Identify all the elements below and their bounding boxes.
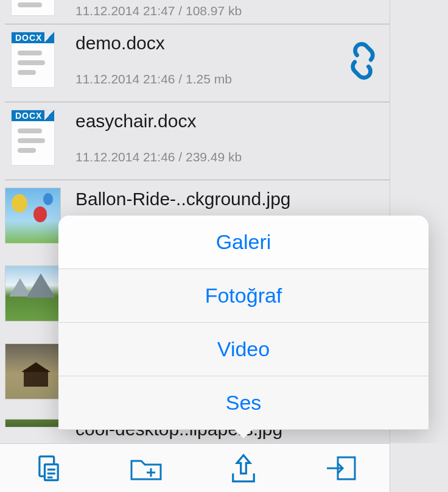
bottom-toolbar — [0, 443, 390, 492]
paste-button[interactable] — [12, 450, 85, 487]
file-row[interactable]: 11.12.2014 21:47 / 108.97 kb — [0, 0, 390, 24]
action-sheet: Galeri Fotoğraf Video Ses — [58, 216, 429, 430]
right-strip-bottom — [390, 443, 448, 492]
action-item-audio[interactable]: Ses — [58, 376, 429, 430]
file-name: Ballon-Ride-..ckground.jpg — [75, 189, 385, 209]
file-row[interactable]: DOCX demo.docx 11.12.2014 21:46 / 1.25 m… — [0, 24, 390, 102]
file-name: easychair.docx — [75, 111, 385, 132]
file-meta: 11.12.2014 21:46 / 1.25 mb — [75, 72, 385, 86]
docx-icon — [11, 0, 55, 16]
new-folder-button[interactable] — [110, 450, 183, 487]
file-meta: 11.12.2014 21:46 / 239.49 kb — [75, 150, 385, 164]
file-meta: 11.12.2014 21:47 / 108.97 kb — [75, 4, 385, 18]
image-thumbnail — [5, 265, 61, 322]
link-icon[interactable] — [343, 41, 382, 83]
exit-button[interactable] — [304, 450, 377, 487]
file-name: demo.docx — [75, 33, 385, 54]
image-thumbnail — [5, 419, 61, 427]
image-thumbnail — [5, 188, 61, 244]
file-row[interactable]: DOCX easychair.docx 11.12.2014 21:46 / 2… — [0, 102, 390, 180]
action-item-photo[interactable]: Fotoğraf — [58, 269, 429, 323]
docx-icon: DOCX — [11, 110, 55, 166]
action-item-gallery[interactable]: Galeri — [58, 216, 429, 269]
upload-button[interactable] — [207, 450, 280, 487]
image-thumbnail — [5, 343, 61, 399]
popover-arrow — [234, 429, 253, 438]
docx-icon: DOCX — [11, 32, 55, 88]
action-item-video[interactable]: Video — [58, 323, 429, 376]
